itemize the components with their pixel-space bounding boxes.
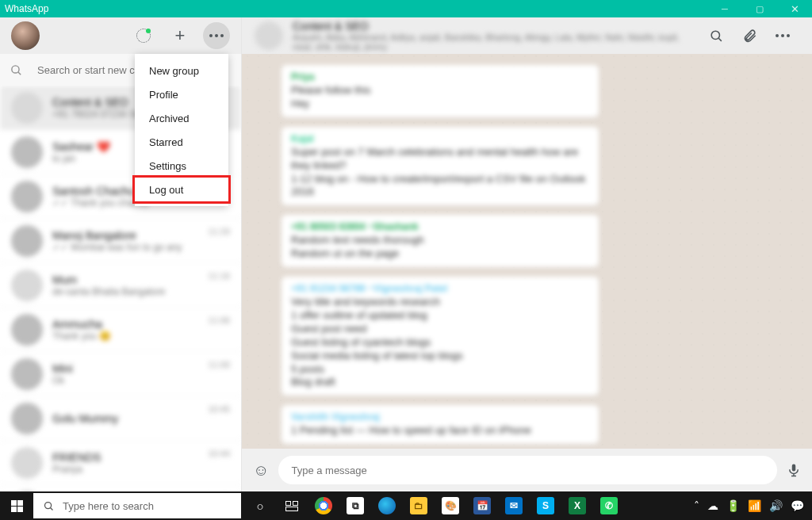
tray-notifications-icon[interactable]: 💬 xyxy=(791,499,804,512)
message-input[interactable] xyxy=(291,465,764,476)
conversation-panel: Content & SEO Anjushi, Abby, Abhinand, A… xyxy=(242,17,812,491)
menu-item-starred[interactable]: Starred xyxy=(135,130,228,154)
conversation-subtitle: Anjushi, Abby, Abhinand, Aditya, anjali,… xyxy=(293,32,699,52)
conversation-menu-button[interactable] xyxy=(776,34,799,37)
search-icon xyxy=(43,500,55,512)
mail-icon[interactable]: ✉ xyxy=(498,491,530,520)
taskbar-search[interactable]: Type here to search xyxy=(33,493,241,518)
search-conversation-button[interactable] xyxy=(709,29,733,44)
avatar[interactable] xyxy=(11,21,40,50)
chat-preview: ✓✓ Mumbai was fun to go any xyxy=(52,242,198,253)
chat-preview: Thank you 😊 xyxy=(52,331,198,342)
chat-time: 11:20 xyxy=(208,227,230,236)
start-button[interactable] xyxy=(0,491,33,520)
message-sender: Kajal xyxy=(291,133,589,144)
window-title: WhatsApp xyxy=(5,3,707,14)
chat-item[interactable]: Mum de-santa Bhatia Bangalore 11:16 xyxy=(0,263,241,308)
chat-avatar xyxy=(11,181,43,212)
mic-button[interactable] xyxy=(787,461,801,479)
chat-time: 11:00 xyxy=(208,360,230,369)
chat-time: 10:44 xyxy=(208,449,230,458)
chrome-icon[interactable] xyxy=(308,491,339,520)
svg-rect-9 xyxy=(286,507,298,510)
chat-avatar xyxy=(11,403,43,434)
system-tray[interactable]: ˄ ☁ 🔋 📶 🔊 💬 xyxy=(694,499,812,512)
svg-rect-4 xyxy=(792,465,796,472)
tray-onedrive-icon[interactable]: ☁ xyxy=(707,499,718,512)
whatsapp-icon[interactable]: ✆ xyxy=(593,491,625,520)
chat-name: Manoj Bangalore xyxy=(52,229,198,242)
svg-line-6 xyxy=(51,507,53,510)
microsoft-store-icon[interactable]: ⧉ xyxy=(339,491,371,520)
svg-point-0 xyxy=(12,65,19,72)
composer: ☺ xyxy=(242,449,812,491)
chat-name: FRIENDS xyxy=(52,451,198,464)
minimize-button[interactable]: ─ xyxy=(707,0,742,17)
message-body: Super post on 7 March celebrations and m… xyxy=(291,146,589,200)
cortana-icon[interactable]: ○ xyxy=(244,491,276,520)
tray-wifi-icon[interactable]: 📶 xyxy=(748,499,761,512)
menu-button[interactable] xyxy=(203,22,230,49)
paint-icon[interactable]: 🎨 xyxy=(435,491,466,520)
chat-avatar xyxy=(11,270,43,301)
message-sender: +91 80503 63804 ~Shashank xyxy=(291,221,589,232)
tray-volume-icon[interactable]: 🔊 xyxy=(769,499,783,512)
chat-avatar xyxy=(11,314,43,346)
svg-rect-7 xyxy=(286,501,291,505)
chat-preview: de-santa Bhatia Bangalore xyxy=(52,286,198,297)
message-bubble: +91 91234 56789 ~Vigneshraj Patel Very t… xyxy=(282,277,599,396)
svg-line-1 xyxy=(18,71,21,74)
calculator-icon[interactable]: 📅 xyxy=(466,491,498,520)
status-button[interactable] xyxy=(130,22,157,49)
titlebar: WhatsApp ─ ▢ ✕ xyxy=(0,0,812,17)
chat-item[interactable]: FRIENDS Pranya 10:44 xyxy=(0,441,241,485)
emoji-button[interactable]: ☺ xyxy=(253,461,269,480)
sidebar-header: + xyxy=(0,17,241,54)
chat-item[interactable]: Manoj Bangalore ✓✓ Mumbai was fun to go … xyxy=(0,219,241,263)
chat-avatar xyxy=(11,136,43,168)
message-bubble: Kajal Super post on 7 March celebrations… xyxy=(282,127,599,206)
maximize-button[interactable]: ▢ xyxy=(742,0,777,17)
tray-chevron-up-icon[interactable]: ˄ xyxy=(694,499,699,512)
chat-name: Mum xyxy=(52,273,198,286)
svg-point-2 xyxy=(711,31,719,39)
edge-icon[interactable] xyxy=(371,491,403,520)
task-view-icon[interactable] xyxy=(276,491,308,520)
context-menu: New groupProfileArchivedStarredSettingsL… xyxy=(135,54,228,206)
menu-item-settings[interactable]: Settings xyxy=(135,154,228,178)
message-body: 1 Pending list — How to speed up face ID… xyxy=(291,424,589,438)
skype-icon[interactable]: S xyxy=(530,491,561,520)
taskbar-search-placeholder: Type here to search xyxy=(63,500,154,512)
chat-item[interactable]: Golu Mummy 10:45 xyxy=(0,396,241,441)
excel-icon[interactable]: X xyxy=(561,491,593,520)
close-button[interactable]: ✕ xyxy=(777,0,812,17)
message-body: Please follow thisHey xyxy=(291,84,589,111)
message-sender: Varshith Vigneshraj xyxy=(291,411,589,422)
message-list[interactable]: Priya Please follow thisHeyKajal Super p… xyxy=(242,54,812,449)
menu-item-archived[interactable]: Archived xyxy=(135,106,228,130)
chat-avatar xyxy=(11,225,43,257)
menu-item-new-group[interactable]: New group xyxy=(135,59,228,82)
status-icon xyxy=(136,29,151,43)
taskbar: Type here to search ○ ⧉ 🗀 🎨 📅 ✉ S X ✆ ˄ … xyxy=(0,491,812,520)
message-body: Very title and keywords research1 offer … xyxy=(291,296,589,389)
new-chat-button[interactable]: + xyxy=(167,22,193,49)
chat-time: 11:16 xyxy=(208,271,230,281)
chat-item[interactable]: Mini Ok 11:00 xyxy=(0,352,241,396)
chat-avatar xyxy=(11,92,43,124)
message-bubble: +91 80503 63804 ~Shashank Random text ne… xyxy=(282,215,599,267)
chat-item[interactable]: Ammucha Thank you 😊 11:06 xyxy=(0,308,241,352)
app-shell: + Content & SEO +91 76024 07234 Secret..… xyxy=(0,17,812,491)
chat-item[interactable]: Akshita Gupta 10:39 xyxy=(0,485,241,491)
menu-item-log-out[interactable]: Log out xyxy=(132,175,231,204)
chat-name: Ammucha xyxy=(52,318,198,331)
conversation-title[interactable]: Content & SEO xyxy=(293,20,699,32)
conversation-avatar[interactable] xyxy=(255,21,283,50)
tray-battery-icon[interactable]: 🔋 xyxy=(726,499,740,512)
search-icon xyxy=(10,63,23,77)
file-explorer-icon[interactable]: 🗀 xyxy=(403,491,435,520)
attach-button[interactable] xyxy=(742,29,766,44)
dots-icon xyxy=(776,34,799,37)
message-input-wrapper[interactable] xyxy=(278,456,777,484)
menu-item-profile[interactable]: Profile xyxy=(135,82,228,106)
